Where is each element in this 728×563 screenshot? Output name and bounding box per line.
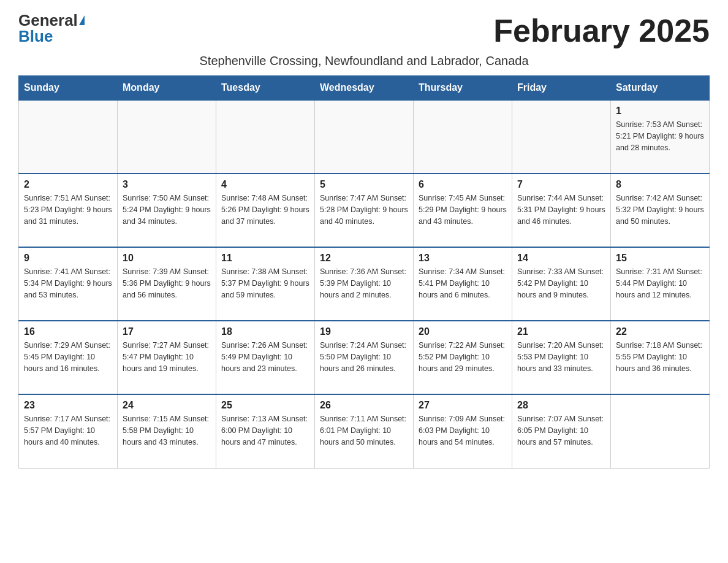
header-cell-wednesday: Wednesday bbox=[315, 76, 414, 101]
header-cell-tuesday: Tuesday bbox=[216, 76, 315, 101]
day-number: 7 bbox=[517, 179, 605, 190]
day-info: Sunrise: 7:22 AM Sunset: 5:52 PM Dayligh… bbox=[419, 340, 507, 374]
day-number: 8 bbox=[616, 179, 704, 190]
calendar-cell: 3Sunrise: 7:50 AM Sunset: 5:24 PM Daylig… bbox=[118, 174, 216, 247]
calendar-body: 1Sunrise: 7:53 AM Sunset: 5:21 PM Daylig… bbox=[19, 100, 710, 468]
day-info: Sunrise: 7:17 AM Sunset: 5:57 PM Dayligh… bbox=[24, 413, 112, 448]
calendar-cell: 13Sunrise: 7:34 AM Sunset: 5:41 PM Dayli… bbox=[414, 247, 512, 321]
week-row-1: 1Sunrise: 7:53 AM Sunset: 5:21 PM Daylig… bbox=[19, 100, 710, 174]
day-number: 28 bbox=[517, 400, 605, 411]
calendar-cell: 22Sunrise: 7:18 AM Sunset: 5:55 PM Dayli… bbox=[611, 321, 710, 394]
calendar-cell: 10Sunrise: 7:39 AM Sunset: 5:36 PM Dayli… bbox=[118, 247, 216, 321]
day-number: 15 bbox=[616, 253, 704, 264]
day-number: 9 bbox=[24, 253, 112, 264]
day-number: 1 bbox=[616, 105, 704, 117]
day-info: Sunrise: 7:13 AM Sunset: 6:00 PM Dayligh… bbox=[221, 413, 309, 448]
day-number: 10 bbox=[123, 253, 211, 264]
header-cell-saturday: Saturday bbox=[611, 76, 710, 101]
page-header: General Blue February 2025 bbox=[18, 12, 710, 49]
calendar-cell: 17Sunrise: 7:27 AM Sunset: 5:47 PM Dayli… bbox=[118, 321, 216, 394]
day-info: Sunrise: 7:09 AM Sunset: 6:03 PM Dayligh… bbox=[419, 413, 507, 448]
day-number: 16 bbox=[24, 326, 112, 337]
calendar-cell: 12Sunrise: 7:36 AM Sunset: 5:39 PM Dayli… bbox=[315, 247, 414, 321]
day-number: 14 bbox=[517, 253, 605, 264]
calendar-cell: 2Sunrise: 7:51 AM Sunset: 5:23 PM Daylig… bbox=[19, 174, 118, 247]
calendar-cell bbox=[512, 100, 611, 174]
day-info: Sunrise: 7:45 AM Sunset: 5:29 PM Dayligh… bbox=[419, 193, 507, 227]
calendar-cell: 4Sunrise: 7:48 AM Sunset: 5:26 PM Daylig… bbox=[216, 174, 315, 247]
calendar-cell: 5Sunrise: 7:47 AM Sunset: 5:28 PM Daylig… bbox=[315, 174, 414, 247]
calendar-cell: 6Sunrise: 7:45 AM Sunset: 5:29 PM Daylig… bbox=[414, 174, 512, 247]
calendar-cell: 7Sunrise: 7:44 AM Sunset: 5:31 PM Daylig… bbox=[512, 174, 611, 247]
day-number: 11 bbox=[221, 253, 309, 264]
day-info: Sunrise: 7:07 AM Sunset: 6:05 PM Dayligh… bbox=[517, 413, 605, 448]
calendar-cell: 18Sunrise: 7:26 AM Sunset: 5:49 PM Dayli… bbox=[216, 321, 315, 394]
week-row-3: 9Sunrise: 7:41 AM Sunset: 5:34 PM Daylig… bbox=[19, 247, 710, 321]
day-info: Sunrise: 7:38 AM Sunset: 5:37 PM Dayligh… bbox=[221, 266, 309, 301]
day-number: 20 bbox=[419, 326, 507, 337]
calendar-cell: 16Sunrise: 7:29 AM Sunset: 5:45 PM Dayli… bbox=[19, 321, 118, 394]
header-cell-monday: Monday bbox=[118, 76, 216, 101]
calendar-cell: 14Sunrise: 7:33 AM Sunset: 5:42 PM Dayli… bbox=[512, 247, 611, 321]
day-number: 3 bbox=[123, 179, 211, 190]
day-number: 18 bbox=[221, 326, 309, 337]
calendar-cell: 24Sunrise: 7:15 AM Sunset: 5:58 PM Dayli… bbox=[118, 394, 216, 468]
day-number: 19 bbox=[320, 326, 408, 337]
day-number: 26 bbox=[320, 400, 408, 411]
logo: General Blue bbox=[18, 12, 85, 44]
day-info: Sunrise: 7:41 AM Sunset: 5:34 PM Dayligh… bbox=[24, 266, 112, 301]
day-info: Sunrise: 7:33 AM Sunset: 5:42 PM Dayligh… bbox=[517, 266, 605, 301]
calendar-cell: 8Sunrise: 7:42 AM Sunset: 5:32 PM Daylig… bbox=[611, 174, 710, 247]
calendar-cell bbox=[118, 100, 216, 174]
logo-blue-text: Blue bbox=[18, 28, 53, 44]
calendar-cell: 28Sunrise: 7:07 AM Sunset: 6:05 PM Dayli… bbox=[512, 394, 611, 468]
day-info: Sunrise: 7:51 AM Sunset: 5:23 PM Dayligh… bbox=[24, 193, 112, 227]
calendar-cell bbox=[611, 394, 710, 468]
calendar-cell: 23Sunrise: 7:17 AM Sunset: 5:57 PM Dayli… bbox=[19, 394, 118, 468]
logo-general-text: General bbox=[18, 12, 78, 28]
day-info: Sunrise: 7:39 AM Sunset: 5:36 PM Dayligh… bbox=[123, 266, 211, 301]
day-number: 2 bbox=[24, 179, 112, 190]
page-subtitle: Stephenville Crossing, Newfoundland and … bbox=[18, 54, 710, 68]
page-title: February 2025 bbox=[493, 12, 710, 49]
day-info: Sunrise: 7:11 AM Sunset: 6:01 PM Dayligh… bbox=[320, 413, 408, 448]
header-cell-friday: Friday bbox=[512, 76, 611, 101]
day-info: Sunrise: 7:27 AM Sunset: 5:47 PM Dayligh… bbox=[123, 340, 211, 374]
day-info: Sunrise: 7:24 AM Sunset: 5:50 PM Dayligh… bbox=[320, 340, 408, 374]
calendar-header: SundayMondayTuesdayWednesdayThursdayFrid… bbox=[19, 76, 710, 101]
day-info: Sunrise: 7:48 AM Sunset: 5:26 PM Dayligh… bbox=[221, 193, 309, 227]
day-number: 6 bbox=[419, 179, 507, 190]
calendar-cell: 15Sunrise: 7:31 AM Sunset: 5:44 PM Dayli… bbox=[611, 247, 710, 321]
day-number: 22 bbox=[616, 326, 704, 337]
day-info: Sunrise: 7:31 AM Sunset: 5:44 PM Dayligh… bbox=[616, 266, 704, 301]
day-info: Sunrise: 7:36 AM Sunset: 5:39 PM Dayligh… bbox=[320, 266, 408, 301]
calendar-cell bbox=[414, 100, 512, 174]
day-number: 27 bbox=[419, 400, 507, 411]
calendar-cell: 20Sunrise: 7:22 AM Sunset: 5:52 PM Dayli… bbox=[414, 321, 512, 394]
day-number: 23 bbox=[24, 400, 112, 411]
day-info: Sunrise: 7:53 AM Sunset: 5:21 PM Dayligh… bbox=[616, 119, 704, 153]
day-info: Sunrise: 7:42 AM Sunset: 5:32 PM Dayligh… bbox=[616, 193, 704, 227]
calendar-cell: 11Sunrise: 7:38 AM Sunset: 5:37 PM Dayli… bbox=[216, 247, 315, 321]
logo-triangle-icon bbox=[79, 15, 85, 25]
calendar-cell bbox=[315, 100, 414, 174]
day-info: Sunrise: 7:29 AM Sunset: 5:45 PM Dayligh… bbox=[24, 340, 112, 374]
day-info: Sunrise: 7:34 AM Sunset: 5:41 PM Dayligh… bbox=[419, 266, 507, 301]
day-number: 21 bbox=[517, 326, 605, 337]
header-cell-sunday: Sunday bbox=[19, 76, 118, 101]
week-row-5: 23Sunrise: 7:17 AM Sunset: 5:57 PM Dayli… bbox=[19, 394, 710, 468]
calendar-cell: 1Sunrise: 7:53 AM Sunset: 5:21 PM Daylig… bbox=[611, 100, 710, 174]
calendar-cell: 9Sunrise: 7:41 AM Sunset: 5:34 PM Daylig… bbox=[19, 247, 118, 321]
day-number: 12 bbox=[320, 253, 408, 264]
day-number: 25 bbox=[221, 400, 309, 411]
day-number: 17 bbox=[123, 326, 211, 337]
week-row-4: 16Sunrise: 7:29 AM Sunset: 5:45 PM Dayli… bbox=[19, 321, 710, 394]
day-number: 4 bbox=[221, 179, 309, 190]
day-info: Sunrise: 7:15 AM Sunset: 5:58 PM Dayligh… bbox=[123, 413, 211, 448]
day-number: 5 bbox=[320, 179, 408, 190]
day-info: Sunrise: 7:18 AM Sunset: 5:55 PM Dayligh… bbox=[616, 340, 704, 374]
calendar-cell: 26Sunrise: 7:11 AM Sunset: 6:01 PM Dayli… bbox=[315, 394, 414, 468]
header-row: SundayMondayTuesdayWednesdayThursdayFrid… bbox=[19, 76, 710, 101]
day-info: Sunrise: 7:20 AM Sunset: 5:53 PM Dayligh… bbox=[517, 340, 605, 374]
header-cell-thursday: Thursday bbox=[414, 76, 512, 101]
